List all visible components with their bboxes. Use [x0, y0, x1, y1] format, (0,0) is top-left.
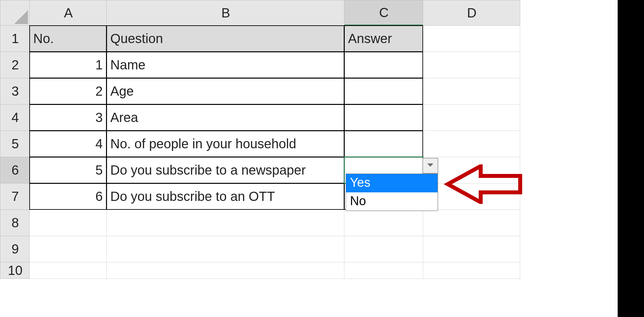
row-header-7[interactable]: 7 — [0, 183, 30, 210]
row-header-9[interactable]: 9 — [0, 236, 30, 262]
row-header-5[interactable]: 5 — [0, 131, 30, 157]
chevron-down-icon — [427, 163, 434, 169]
cell-C10[interactable] — [344, 262, 423, 279]
row-header-6[interactable]: 6 — [0, 157, 30, 183]
row-header-8[interactable]: 8 — [0, 210, 30, 236]
cell-A7[interactable]: 6 — [29, 183, 107, 210]
cell-A8[interactable] — [30, 210, 107, 236]
cell-C5[interactable] — [344, 131, 423, 157]
cell-B3[interactable]: Age — [106, 78, 344, 105]
row-header-3[interactable]: 3 — [0, 78, 30, 105]
cell-D10[interactable] — [423, 262, 520, 279]
cell-B10[interactable] — [107, 262, 344, 279]
dropdown-button[interactable] — [422, 158, 438, 174]
cell-A3[interactable]: 2 — [29, 78, 107, 105]
cell-D8[interactable] — [423, 210, 520, 236]
col-header-D[interactable]: D — [423, 0, 520, 26]
cell-A1[interactable]: No. — [29, 25, 107, 52]
cell-D5[interactable] — [423, 131, 520, 157]
select-all-corner[interactable] — [0, 0, 30, 26]
cell-B7[interactable]: Do you subscribe to an OTT — [106, 183, 344, 210]
cell-B1[interactable]: Question — [106, 25, 344, 52]
cell-C8[interactable] — [344, 210, 423, 236]
cell-B2[interactable]: Name — [106, 52, 344, 78]
cell-C2[interactable] — [344, 52, 423, 78]
cell-B8[interactable] — [107, 210, 344, 236]
col-header-B[interactable]: B — [107, 0, 344, 26]
row-header-1[interactable]: 1 — [0, 26, 30, 52]
cell-A9[interactable] — [30, 236, 107, 262]
cell-A6[interactable]: 5 — [29, 157, 107, 183]
col-header-A[interactable]: A — [30, 0, 107, 26]
dropdown-option-yes[interactable]: Yes — [346, 174, 438, 192]
cell-B6[interactable]: Do you subscribe to a newspaper — [106, 157, 344, 183]
dropdown-option-no[interactable]: No — [346, 192, 438, 211]
crop-edge — [618, 0, 644, 317]
cell-C3[interactable] — [344, 78, 423, 105]
cell-A4[interactable]: 3 — [29, 104, 107, 131]
cell-C4[interactable] — [344, 104, 423, 131]
cell-A2[interactable]: 1 — [29, 52, 107, 78]
row-header-4[interactable]: 4 — [0, 105, 30, 131]
cell-B5[interactable]: No. of people in your household — [106, 131, 344, 157]
dropdown-list: Yes No — [346, 174, 438, 211]
cell-C1[interactable]: Answer — [344, 25, 423, 52]
worksheet-grid: A B C D 1 No. Question Answer 2 1 Name 3… — [0, 0, 520, 279]
cell-B9[interactable] — [107, 236, 344, 262]
cell-D9[interactable] — [423, 236, 520, 262]
arrow-annotation-icon — [441, 164, 523, 205]
row-header-2[interactable]: 2 — [0, 52, 30, 78]
cell-D3[interactable] — [423, 78, 520, 105]
cell-D4[interactable] — [423, 105, 520, 131]
row-header-10[interactable]: 10 — [0, 262, 30, 279]
spreadsheet-viewport: A B C D 1 No. Question Answer 2 1 Name 3… — [0, 0, 644, 317]
cell-D2[interactable] — [423, 52, 520, 78]
cell-C9[interactable] — [344, 236, 423, 262]
cell-A5[interactable]: 4 — [29, 131, 107, 157]
cell-A10[interactable] — [30, 262, 107, 279]
cell-D1[interactable] — [423, 26, 520, 52]
cell-B4[interactable]: Area — [106, 104, 344, 131]
svg-marker-1 — [427, 163, 433, 167]
col-header-C[interactable]: C — [344, 0, 423, 26]
svg-marker-0 — [14, 10, 28, 24]
